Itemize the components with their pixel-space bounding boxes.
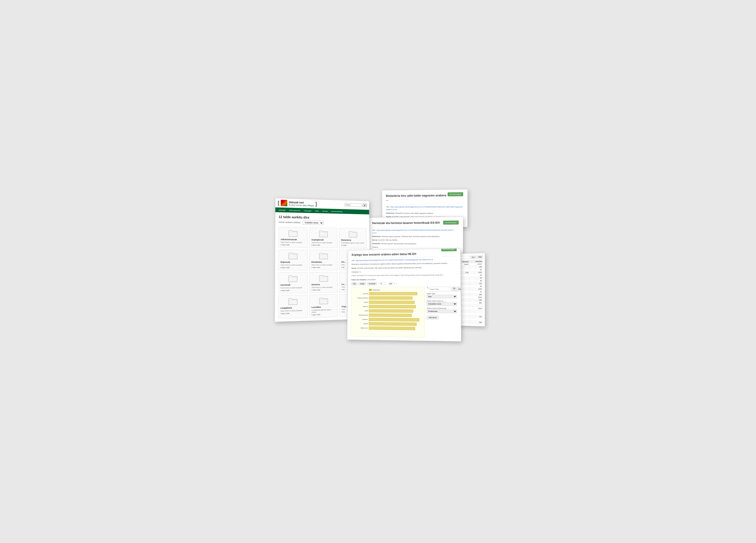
item-count: 3 datu multo <box>311 314 320 316</box>
heriotzak-desc: Definizioa: Heriotza kopuru gordina. Her… <box>372 235 459 238</box>
catalogue-item[interactable]: Generoa Ttiuk honen ez daiva azetpeki 4 … <box>309 272 338 293</box>
item-name: Biztanleria <box>341 239 351 241</box>
bar-row: Donostia <box>369 292 423 295</box>
item-count: 3 da <box>342 311 344 313</box>
table-go-button[interactable]: Go » <box>471 255 476 258</box>
item-name: Lurraldea <box>311 306 321 309</box>
chart-note: Oharra: Iparraldeko lan-emanurreko azken… <box>351 274 457 277</box>
chart-grid-btn[interactable]: Grid <box>351 282 357 285</box>
card-chart: ⊕ Deskargatu Enplegu tasa sexuaren arabe… <box>347 248 461 342</box>
chart-controls-panel: 🔍 Go » Filter Graph Type Bars Group Colu… <box>427 287 457 338</box>
catalogue-item[interactable]: Garraioak Ttiuk honen ez daiva azetpeki … <box>278 272 307 294</box>
item-name: Fin... <box>341 261 346 263</box>
catalogue-item[interactable]: Enpresak Ttiuk honen ez daiva azetpeki 8… <box>278 249 307 270</box>
heriotzak-url: URL: http://www.datuak.net/storage/2014-… <box>372 228 459 234</box>
heriotzak-download-button[interactable]: ⊕ Deskargatu <box>443 220 459 224</box>
item-count: 3 da <box>342 289 344 290</box>
nav-gaitegia[interactable]: Gaitegia▾ <box>302 208 313 213</box>
filter-label: Honen arabera sailkatu: <box>279 221 301 223</box>
header-search: ► <box>344 203 367 207</box>
biztanleria-url: URL: http://www.datuak.net/storage/2014-… <box>386 206 463 211</box>
item-name: Administrazioak <box>281 238 297 241</box>
chart-area: Biztanleria Donostia Nafarroa Beherea La… <box>351 287 457 338</box>
item-desc: Ttiuk honen ez daiva azetpeki <box>280 310 302 312</box>
series-a-label: Series A (Axis 2) [Remove] <box>427 307 457 309</box>
nav-datuak[interactable]: Datuak▾ <box>277 208 287 212</box>
page-title: 12 talde aurkitu dira <box>279 215 366 220</box>
item-count: 3 datu multo <box>311 244 320 246</box>
bar-fill <box>369 309 413 313</box>
bar-fill <box>369 322 417 326</box>
item-desc: Ttiuk honen ez daiva azetpeki <box>311 264 332 266</box>
nav-gunea[interactable]: Gunea <box>320 209 329 213</box>
item-desc: Ttiuk honen ez daiva azetpeki <box>311 286 332 289</box>
item-count: N multo <box>341 244 346 246</box>
bar-row: Bizkaia <box>369 322 423 326</box>
chart-bars-panel: Biztanleria Donostia Nafarroa Beherea La… <box>351 287 425 337</box>
header-search-input[interactable] <box>344 203 362 207</box>
add-series-button[interactable]: Add Series <box>427 316 439 320</box>
item-count: 3 datu multo <box>280 313 289 315</box>
logo-bracket-left: [ <box>278 200 279 206</box>
bar-fill <box>369 301 414 304</box>
item-count: 8 datu multo <box>280 266 289 268</box>
catalogue-item[interactable]: Lurraldea Lurraldearen lajenino datu is … <box>309 294 338 318</box>
bar-label: Nafarroa <box>352 306 368 307</box>
catalogue-item[interactable]: Administrazioak Ttiuk honen ez daiva aze… <box>278 227 307 248</box>
biztanleria-desc: Definizioa: Biztanleria kopurua adin-tal… <box>386 212 463 215</box>
bar-label: Administrazioak <box>352 314 368 316</box>
chart-range-end[interactable] <box>389 282 395 285</box>
chart-type-select[interactable]: Bars <box>427 295 457 298</box>
item-desc: Ttiuk <box>342 308 345 311</box>
chart-records-btn[interactable]: 8 records <box>367 282 377 285</box>
header-search-button[interactable]: ► <box>362 203 367 207</box>
series-a-row: Series A (Axis 2) [Remove] Emakumeak <box>427 307 457 313</box>
chart-toolbar: Grid Graph 8 records « – » <box>351 282 457 285</box>
bar-fill <box>369 296 412 300</box>
nav-zifra[interactable]: Zifra laburrak <box>287 208 302 213</box>
chart-filter-btn[interactable]: Filter <box>457 287 461 291</box>
bar-row: Gipuzkoa <box>369 318 423 322</box>
chart-search-input[interactable] <box>429 287 451 291</box>
item-desc: Lurraldearen lajenino datu is mittiuk <box>311 309 336 313</box>
col-heriotza2: Heriotza <box>470 260 483 263</box>
item-name: Enpresak <box>280 261 290 263</box>
bar-fill <box>369 327 415 330</box>
item-name: Etxebizitza <box>311 261 322 263</box>
item-name: Ong... <box>342 305 347 308</box>
item-desc: Ttiuk honen ez daiva azetpeki <box>280 264 302 266</box>
chart-range-start[interactable] <box>380 282 385 285</box>
table-filter-button[interactable]: Filter <box>477 255 483 258</box>
series-a-select[interactable]: Emakumeak <box>427 310 457 313</box>
nav-faq[interactable]: FAQ <box>313 208 320 213</box>
logo-bracket-right: ] <box>315 201 317 207</box>
item-count: 2 datu multo <box>281 244 290 245</box>
catalogue-item[interactable]: Biztanleria B tttukalbirra lajenino datu… <box>339 228 367 248</box>
chart-source: Iturria: EUSTAT (udal-errolda), INE (uda… <box>351 266 457 269</box>
bar-row: Administrazioak <box>369 314 423 317</box>
chart-url: URL: http://www.datuak.net/storage/2014-… <box>352 258 457 262</box>
nav-harremanetan[interactable]: Harremanetan <box>329 209 344 213</box>
bar-fill <box>369 292 417 295</box>
group-col-select[interactable]: Eskualdeko Izena <box>427 302 457 306</box>
bar-fill <box>369 305 416 308</box>
heriotzak-source: Iturria: EUSTAT, INE eta INSEE. <box>372 238 459 241</box>
logo-text: datuak·net <box>289 200 314 204</box>
item-name: Langabezia <box>280 307 292 310</box>
catalogue-item[interactable]: Etxebizitza Ttiuk honen ez daiva azetpek… <box>309 249 337 270</box>
chart-graph-btn[interactable]: Graph <box>359 282 366 285</box>
bar-row: Nafarroa <box>369 305 423 308</box>
catalogue-item[interactable]: Langabezia Ttiuk honen ez daiva azetpeki… <box>278 295 307 319</box>
filter-select[interactable]: Goibeiko Izena <box>303 220 323 225</box>
chart-go-btn[interactable]: Go » <box>452 287 456 291</box>
bar-label: Nafarroa Beherea <box>352 297 368 299</box>
bar-row: Nafarroa EH <box>369 327 423 330</box>
catalogue-item[interactable]: Azpiegiturak Ttiuk honen ez daiva azetpe… <box>309 227 337 248</box>
group-col-label: Group Column (Axis 1) <box>427 300 457 302</box>
item-name: Azpiegiturak <box>311 238 324 241</box>
group-col-row: Group Column (Axis 1) Eskualdeko Izena <box>427 300 457 306</box>
chart-desc: Biztanleria landuranaren ehunekoa lan eg… <box>352 262 457 265</box>
chart-download-button[interactable]: ⊕ Deskargatu <box>441 248 457 251</box>
biztanleria-download-button[interactable]: ⊕ Deskargatu <box>447 192 463 196</box>
filter-row: Honen arabera sailkatu: Goibeiko Izena <box>279 220 366 226</box>
